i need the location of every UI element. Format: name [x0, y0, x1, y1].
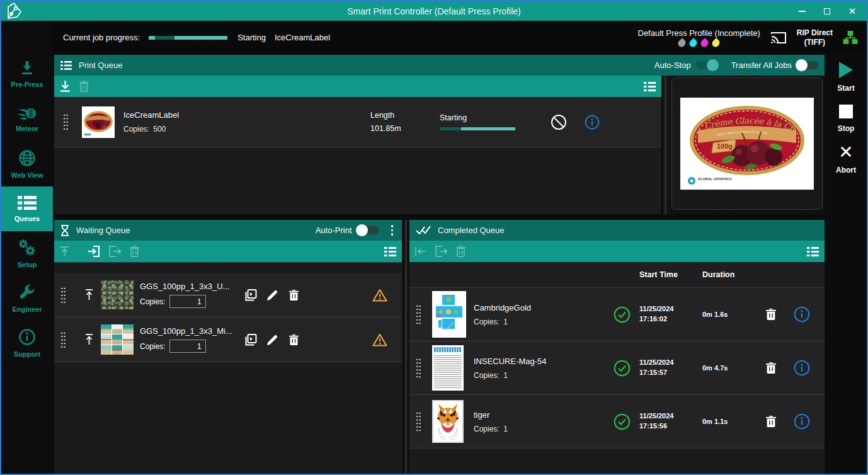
- drag-handle[interactable]: [63, 113, 68, 130]
- completed-job-row[interactable]: CambridgeGold Copies: 1 11/25/2024 17:16…: [409, 288, 825, 341]
- cancel-job-icon[interactable]: [540, 114, 577, 130]
- export-job-icon[interactable]: [109, 246, 121, 257]
- delete-icon[interactable]: [130, 246, 139, 257]
- rip-line2: (TIFF): [797, 38, 833, 47]
- abort-button[interactable]: ✕ Abort: [836, 145, 856, 175]
- cast-icon[interactable]: [770, 31, 787, 45]
- col-duration: Duration: [702, 270, 757, 279]
- network-icon[interactable]: [843, 30, 858, 45]
- start-label: Start: [837, 84, 854, 93]
- sidebar-item-meteor[interactable]: Meteor: [1, 97, 53, 142]
- edit-job-icon[interactable]: [262, 290, 282, 300]
- waiting-queue-menu-icon[interactable]: [389, 224, 396, 237]
- edit-job-icon[interactable]: [262, 335, 282, 345]
- start-time: 11/25/2024 17:15:56: [639, 411, 702, 432]
- completed-queue-header: Completed Queue: [409, 220, 825, 241]
- press-profile: Default Press Profile (Incomplete): [638, 28, 760, 47]
- drag-handle[interactable]: [416, 304, 421, 324]
- waiting-queue-panel: Waiting Queue Auto-Print: [54, 220, 402, 474]
- queues-divider-scrollbar[interactable]: [402, 220, 409, 474]
- sidebar-item-queues[interactable]: Queues: [1, 186, 53, 231]
- info-icon: [18, 328, 36, 346]
- view-mode-icon[interactable]: [807, 247, 819, 256]
- import-job-icon[interactable]: [88, 246, 100, 257]
- start-icon: [839, 62, 853, 78]
- warning-icon[interactable]: [362, 289, 398, 302]
- copies-label: Copies:: [474, 371, 500, 380]
- export-job-icon[interactable]: [435, 246, 447, 257]
- maximize-button[interactable]: [821, 6, 833, 17]
- job-info-icon[interactable]: [785, 413, 818, 430]
- duplicate-job-icon[interactable]: [239, 334, 262, 346]
- ink-drop-magenta: [699, 38, 710, 49]
- move-to-print-icon[interactable]: [60, 81, 71, 92]
- progress-status: Starting: [237, 33, 266, 42]
- view-mode-icon[interactable]: [384, 247, 396, 256]
- completed-job-row[interactable]: INSECURE-Mag-54 Copies: 1 11/25/2024 17:…: [409, 341, 825, 395]
- drag-handle[interactable]: [60, 287, 66, 304]
- stop-icon: [839, 105, 853, 118]
- delete-job-icon[interactable]: [757, 362, 785, 374]
- start-time: 11/25/2024 17:15:57: [639, 358, 702, 378]
- job-thumbnail: [82, 106, 123, 138]
- job-name: INSECURE-Mag-54: [474, 357, 604, 366]
- print-job-row[interactable]: IceCreamLabel Copies: 500 Length 101.85m…: [54, 97, 661, 147]
- move-to-start-icon[interactable]: [415, 247, 426, 256]
- meteor-icon: [17, 106, 37, 120]
- sidebar-item-support[interactable]: Support: [1, 321, 53, 365]
- warning-icon[interactable]: [362, 333, 398, 346]
- print-queue-toolbar: [54, 76, 661, 97]
- gears-icon: [18, 239, 37, 256]
- rip-mode: RIP Direct (TIFF): [797, 28, 833, 47]
- copies-input[interactable]: [169, 340, 206, 353]
- completed-job-row[interactable]: tiger Copies: 1 11/25/2024 17:15:56 0m 1…: [409, 395, 825, 449]
- view-mode-icon[interactable]: [644, 82, 656, 91]
- delete-job-icon[interactable]: [282, 335, 305, 345]
- delete-icon[interactable]: [456, 246, 465, 257]
- move-to-top-icon[interactable]: [60, 246, 69, 257]
- waiting-job-row[interactable]: GGS_100pp_1_3x3_Mi... Copies:: [54, 318, 402, 362]
- print-queue-panel: Print Queue Auto-Stop Transfer All Jobs: [54, 55, 825, 214]
- delete-icon[interactable]: [79, 81, 89, 92]
- queues-icon: [18, 195, 37, 210]
- print-queue-scrollbar[interactable]: [661, 76, 669, 214]
- rip-line1: RIP Direct: [797, 28, 833, 38]
- transfer-all-jobs-label: Transfer All Jobs: [731, 60, 792, 70]
- waiting-queue-header: Waiting Queue Auto-Print: [54, 220, 402, 241]
- delete-job-icon[interactable]: [757, 416, 785, 427]
- delete-job-icon[interactable]: [282, 290, 305, 300]
- job-info-icon[interactable]: [577, 115, 607, 130]
- preview-brand-text: GLOBAL GRAPHICS: [698, 177, 732, 181]
- waiting-job-row[interactable]: GGS_100pp_1_3x3_U... Copies:: [54, 273, 402, 318]
- copies-label: Copies:: [474, 425, 500, 433]
- close-button[interactable]: ✕: [847, 6, 858, 17]
- start-button[interactable]: Start: [837, 62, 854, 93]
- copies-value: 1: [503, 318, 508, 326]
- minimize-button[interactable]: [796, 6, 808, 17]
- copies-input[interactable]: [169, 295, 206, 308]
- drag-handle[interactable]: [60, 331, 66, 348]
- job-info-icon[interactable]: [785, 306, 818, 323]
- drag-handle[interactable]: [416, 358, 421, 378]
- stop-button[interactable]: Stop: [838, 105, 855, 133]
- drag-handle[interactable]: [416, 411, 421, 432]
- sidebar-item-pre-press[interactable]: Pre-Press: [1, 52, 53, 97]
- sidebar-item-setup[interactable]: Setup: [1, 231, 53, 276]
- move-job-to-top-icon[interactable]: [77, 289, 101, 300]
- sidebar-label: Meteor: [16, 125, 38, 132]
- sidebar-label: Engineer: [12, 306, 42, 313]
- completed-queue-toolbar: [409, 241, 825, 262]
- copies-value: 1: [503, 371, 508, 380]
- copies-label: Copies:: [123, 125, 149, 134]
- auto-print-toggle[interactable]: Auto-Print: [316, 226, 379, 235]
- duplicate-job-icon[interactable]: [239, 289, 262, 301]
- move-job-to-top-icon[interactable]: [77, 334, 101, 345]
- delete-job-icon[interactable]: [757, 309, 785, 320]
- auto-stop-label: Auto-Stop: [654, 60, 691, 70]
- sidebar-item-engineer[interactable]: Engineer: [1, 276, 53, 321]
- auto-stop-toggle[interactable]: Auto-Stop: [654, 60, 717, 70]
- job-info-icon[interactable]: [785, 360, 818, 376]
- transfer-all-jobs-toggle[interactable]: Transfer All Jobs: [731, 60, 818, 70]
- start-clock: 17:16:02: [639, 314, 702, 324]
- sidebar-item-web-view[interactable]: Web View: [1, 142, 53, 186]
